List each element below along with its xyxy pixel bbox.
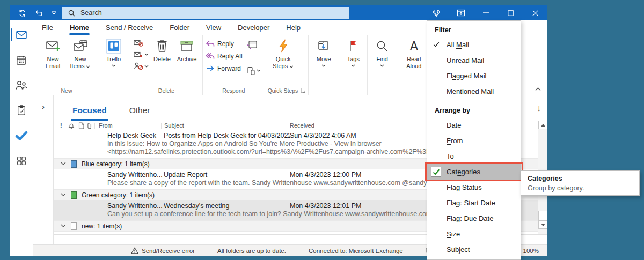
find-button[interactable]: Find <box>370 36 394 67</box>
tooltip-title: Categories <box>528 175 633 182</box>
sort-direction-icon[interactable]: ↓ <box>537 103 541 113</box>
close-button[interactable] <box>523 5 547 20</box>
menu-item-from[interactable]: From <box>427 133 521 148</box>
quick-steps-button[interactable]: Quick Steps <box>268 36 299 70</box>
reply-button[interactable]: Reply <box>206 39 243 49</box>
message-received: Mon 4/3/2023 12:00 PM <box>290 171 361 179</box>
message-received: Mon 4/3/2023 12:01 PM <box>290 202 361 210</box>
search-bar[interactable] <box>62 7 349 19</box>
tab-focused[interactable]: Focused <box>71 106 108 121</box>
group-label-quick-steps: Quick Steps <box>268 86 306 95</box>
reply-all-button[interactable]: Reply All <box>206 51 243 61</box>
column-subject[interactable]: Subject <box>164 122 184 129</box>
group-label-find <box>370 86 394 95</box>
trello-button[interactable]: Trello <box>100 36 127 67</box>
menu-item-size[interactable]: Size <box>427 226 521 242</box>
new-items-button[interactable]: New Items <box>67 36 94 70</box>
send-receive-sync-icon[interactable] <box>18 9 26 17</box>
collapse-ribbon-chevron-icon[interactable] <box>535 87 541 91</box>
menu-item-flag-due-date[interactable]: Flag: Due Date <box>427 211 521 226</box>
ribbon-tab-send-receive[interactable]: Send / Receive <box>105 21 154 34</box>
send-receive-error-status[interactable]: Send/Receive error <box>131 247 195 254</box>
ribbon-tab-folder[interactable]: Folder <box>169 21 191 34</box>
ribbon-tab-help[interactable]: Help <box>285 21 302 34</box>
collapse-group-chevron-icon <box>61 193 66 197</box>
meeting-icon[interactable] <box>247 40 261 49</box>
new-items-label: New Items <box>70 56 86 69</box>
find-label: Find <box>377 56 388 63</box>
nav-more-apps[interactable] <box>10 154 33 168</box>
delete-button[interactable]: Delete <box>150 36 174 63</box>
nav-tasks[interactable] <box>10 103 33 117</box>
nav-mail[interactable] <box>10 28 33 42</box>
menu-item-flagged-mail[interactable]: Flagged Mail <box>427 68 521 84</box>
menu-item-all-mail[interactable]: All Mail <box>427 37 521 53</box>
move-icon <box>317 38 330 54</box>
ribbon-tab-view[interactable]: View <box>205 21 222 34</box>
nav-calendar[interactable] <box>10 53 33 67</box>
forward-button[interactable]: Forward <box>206 63 243 73</box>
clean-up-button[interactable] <box>134 50 149 59</box>
menu-item-label: Size <box>447 230 460 238</box>
tags-button[interactable]: Tags <box>342 36 364 67</box>
zoom-level[interactable]: 100% <box>523 248 539 254</box>
ignore-button[interactable] <box>134 38 149 47</box>
read-aloud-button[interactable]: A Read Aloud <box>400 36 428 70</box>
quick-steps-label: Quick Steps <box>273 56 291 69</box>
scrollbar-track[interactable] <box>538 129 547 211</box>
archive-button[interactable]: Archive <box>174 36 200 63</box>
group-header-label: new: 1 item(s) <box>82 222 122 230</box>
search-input[interactable] <box>80 9 295 17</box>
group-header-label: Blue category: 1 item(s) <box>82 160 150 168</box>
group-label-move <box>311 86 336 95</box>
column-from[interactable]: From <box>99 122 113 129</box>
dialog-launcher-icon[interactable] <box>301 88 305 93</box>
people-icon <box>15 80 27 91</box>
desktop-background: FileHomeSend / ReceiveFolderViewDevelope… <box>0 0 644 260</box>
new-email-button[interactable]: New Email <box>39 36 67 70</box>
calendar-icon <box>16 55 27 66</box>
menu-item-mentioned-mail[interactable]: Mentioned Mail <box>427 84 521 99</box>
apps-grid-icon <box>16 155 27 166</box>
delete-trash-icon <box>156 38 168 54</box>
reminder-bell-column-icon[interactable] <box>68 122 75 129</box>
ribbon-tab-home[interactable]: Home <box>69 21 90 34</box>
minimize-button[interactable] <box>473 5 498 20</box>
menu-item-to[interactable]: To <box>427 148 521 164</box>
nav-todo[interactable] <box>10 129 33 143</box>
importance-column-icon[interactable]: ! <box>60 122 62 129</box>
move-label: Move <box>317 56 331 63</box>
menu-item-label: Flag: Start Date <box>447 199 495 207</box>
menu-item-categories[interactable]: Categories <box>427 164 521 180</box>
scroll-up-button[interactable] <box>538 121 547 129</box>
category-color-swatch <box>71 160 77 168</box>
reply-all-label: Reply All <box>217 53 243 60</box>
folder-pane-collapsed: › <box>33 95 54 244</box>
junk-button[interactable] <box>134 62 149 71</box>
more-respond-actions-icon[interactable] <box>247 66 261 75</box>
customize-quick-access-chevron-icon[interactable] <box>52 11 56 15</box>
scroll-down-button[interactable] <box>538 220 547 229</box>
tab-other[interactable]: Other <box>128 106 151 121</box>
menu-item-subject[interactable]: Subject <box>427 242 521 257</box>
coming-soon-gem-icon[interactable] <box>424 5 449 20</box>
ribbon-group-tags: Tags <box>339 35 367 95</box>
forward-label: Forward <box>217 65 241 72</box>
column-received[interactable]: Received <box>290 122 314 129</box>
undo-icon[interactable] <box>35 9 43 17</box>
maximize-button[interactable] <box>498 5 523 20</box>
scrollbar-thumb[interactable] <box>538 211 547 220</box>
menu-item-flag-start-date[interactable]: Flag: Start Date <box>427 195 521 211</box>
group-label-delete: Delete <box>133 86 200 95</box>
pop-out-window-icon[interactable] <box>449 5 473 20</box>
menu-item-unread-mail[interactable]: Unread Mail <box>427 53 521 68</box>
ribbon-tab-developer[interactable]: Developer <box>237 21 270 34</box>
move-button[interactable]: Move <box>311 36 336 67</box>
menu-item-flag-status[interactable]: Flag Status <box>427 180 521 195</box>
nav-people[interactable] <box>10 78 33 92</box>
menu-item-date[interactable]: Date <box>427 117 521 133</box>
item-type-column-icon[interactable] <box>78 122 84 129</box>
ribbon-tab-file[interactable]: File <box>41 21 54 34</box>
attachment-column-icon[interactable] <box>87 122 92 130</box>
expand-folder-pane-icon[interactable]: › <box>42 102 45 111</box>
